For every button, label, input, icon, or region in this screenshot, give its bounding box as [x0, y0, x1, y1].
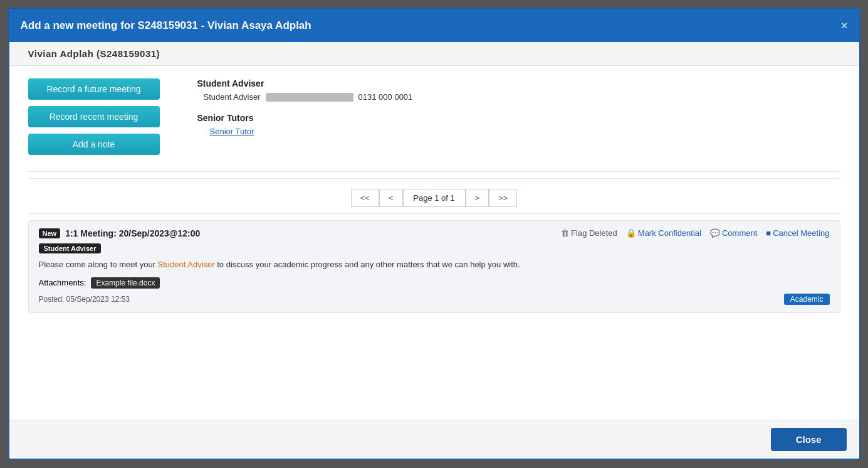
adviser-row-label: Student Adviser [204, 92, 261, 102]
comment-link[interactable]: 💬 Comment [710, 228, 757, 238]
meeting-card-header: New 1:1 Meeting: 20/Sep/2023@12:00 Stude… [39, 228, 830, 253]
tutor-info-row: Senior Tutor [197, 127, 840, 136]
trash-icon: 🗑 [561, 228, 569, 238]
left-buttons: Record a future meeting Record recent me… [28, 78, 160, 155]
lock-icon: 🔒 [626, 228, 636, 238]
page-next-button[interactable]: > [466, 189, 489, 207]
adviser-name-blurred [266, 93, 353, 102]
student-name: Vivian Adplah (S248159031) [28, 48, 160, 59]
body-adviser-highlight: Student Adviser [158, 260, 215, 269]
adviser-section-title: Student Adviser [197, 78, 840, 88]
stop-icon: ■ [766, 228, 771, 238]
content-section: Record a future meeting Record recent me… [9, 66, 859, 168]
modal-header-close-button[interactable]: × [841, 20, 848, 31]
tutors-section: Senior Tutors Senior Tutor [197, 113, 840, 136]
meeting-title-area: New 1:1 Meeting: 20/Sep/2023@12:00 Stude… [39, 228, 201, 253]
record-recent-meeting-button[interactable]: Record recent meeting [28, 106, 160, 127]
divider [28, 171, 840, 172]
meeting-actions: 🗑 Flag Deleted 🔒 Mark Confidential 💬 Com… [561, 228, 829, 238]
modal-title: Add a new meeting for S248159031 - Vivia… [21, 19, 311, 32]
page-first-button[interactable]: << [351, 189, 379, 207]
meeting-title: 1:1 Meeting: 20/Sep/2023@12:00 [65, 228, 200, 238]
adviser-info-row: Student Adviser 0131 000 0001 [197, 92, 840, 102]
attachments-label: Attachments: [39, 278, 86, 287]
mark-confidential-link[interactable]: 🔒 Mark Confidential [626, 228, 701, 238]
comment-label: Comment [722, 228, 757, 238]
tutor-name-link[interactable]: Senior Tutor [204, 127, 254, 136]
page-prev-button[interactable]: < [379, 189, 403, 207]
attachments-row: Attachments: Example file.docx [39, 277, 830, 289]
posted-date: Posted: 05/Sep/2023 12:53 [39, 295, 130, 304]
meeting-footer: Posted: 05/Sep/2023 12:53 Academic [39, 294, 830, 305]
student-name-bar: Vivian Adplah (S248159031) [9, 42, 859, 66]
meeting-body-text: Please come along to meet your Student A… [39, 258, 830, 271]
page-label: Page 1 of 1 [403, 189, 466, 207]
badge-new: New [39, 228, 61, 238]
cancel-meeting-label: Cancel Meeting [773, 228, 829, 238]
tutors-section-title: Senior Tutors [197, 113, 840, 123]
pagination-bar: << < Page 1 of 1 > >> [28, 178, 840, 214]
modal-body: Vivian Adplah (S248159031) Record a futu… [9, 42, 859, 420]
meeting-title-row: New 1:1 Meeting: 20/Sep/2023@12:00 [39, 228, 201, 238]
mark-confidential-label: Mark Confidential [638, 228, 701, 238]
record-future-meeting-button[interactable]: Record a future meeting [28, 78, 160, 100]
flag-deleted-link[interactable]: 🗑 Flag Deleted [561, 228, 617, 238]
modal-header: Add a new meeting for S248159031 - Vivia… [9, 9, 859, 42]
comment-icon: 💬 [710, 228, 720, 238]
badge-academic: Academic [784, 294, 830, 305]
modal-dialog: Add a new meeting for S248159031 - Vivia… [8, 8, 860, 460]
close-button[interactable]: Close [771, 428, 847, 451]
page-last-button[interactable]: >> [489, 189, 517, 207]
modal-footer: Close [9, 420, 859, 459]
adviser-section: Student Adviser Student Adviser 0131 000… [197, 78, 840, 102]
meeting-card: New 1:1 Meeting: 20/Sep/2023@12:00 Stude… [28, 220, 840, 313]
cancel-meeting-link[interactable]: ■ Cancel Meeting [766, 228, 829, 238]
badge-student-adviser: Student Adviser [39, 243, 102, 253]
right-info: Student Adviser Student Adviser 0131 000… [197, 78, 840, 155]
flag-deleted-label: Flag Deleted [571, 228, 617, 238]
adviser-phone: 0131 000 0001 [358, 92, 413, 102]
add-note-button[interactable]: Add a note [28, 134, 160, 155]
attachment-file[interactable]: Example file.docx [91, 277, 160, 289]
modal-overlay: Add a new meeting for S248159031 - Vivia… [0, 0, 868, 468]
